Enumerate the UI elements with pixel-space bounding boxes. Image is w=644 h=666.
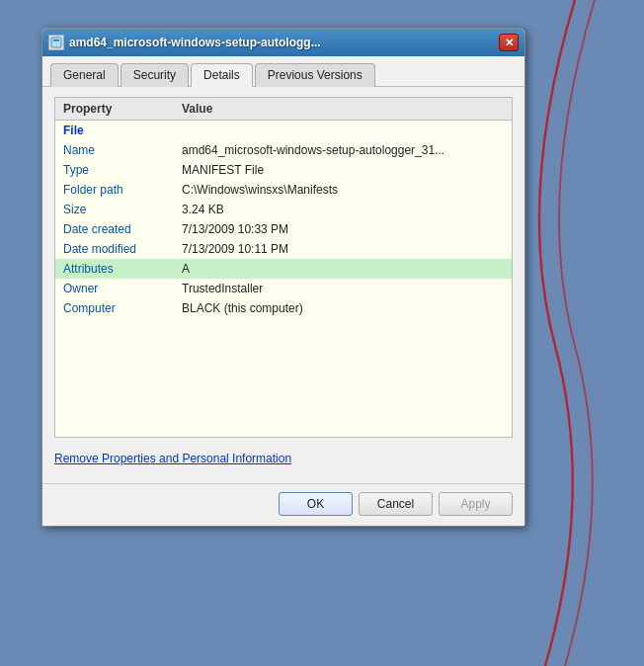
row-folder-path: Folder path C:\Windows\winsxs\Manifests — [55, 180, 512, 200]
prop-folder-path: Folder path — [63, 183, 182, 197]
prop-computer: Computer — [63, 301, 182, 315]
row-name: Name amd64_microsoft-windows-setup-autol… — [55, 140, 512, 160]
tab-details[interactable]: Details — [191, 63, 253, 87]
link-area: Remove Properties and Personal Informati… — [54, 448, 513, 473]
val-attributes: A — [182, 262, 504, 276]
remove-properties-link[interactable]: Remove Properties and Personal Informati… — [54, 452, 291, 465]
table-header: Property Value — [55, 98, 512, 121]
cancel-button[interactable]: Cancel — [359, 492, 433, 516]
val-owner: TrustedInstaller — [182, 282, 504, 295]
row-size: Size 3.24 KB — [55, 200, 512, 219]
prop-type: Type — [63, 163, 182, 177]
ok-button[interactable]: OK — [279, 492, 353, 516]
col-header-property: Property — [63, 102, 182, 116]
table-body: File Name amd64_microsoft-windows-setup-… — [55, 121, 512, 437]
tab-general[interactable]: General — [50, 63, 119, 87]
apply-button[interactable]: Apply — [439, 492, 513, 516]
prop-date-created: Date created — [63, 222, 182, 236]
val-date-created: 7/13/2009 10:33 PM — [182, 222, 504, 236]
properties-table: Property Value File Name amd64_microsoft… — [54, 97, 513, 438]
close-button[interactable]: ✕ — [499, 34, 519, 51]
prop-name: Name — [63, 143, 182, 157]
val-name: amd64_microsoft-windows-setup-autologger… — [182, 143, 504, 157]
prop-date-modified: Date modified — [63, 242, 182, 256]
prop-size: Size — [63, 203, 182, 216]
val-date-modified: 7/13/2009 10:11 PM — [182, 242, 504, 256]
window-icon — [48, 35, 64, 50]
tab-bar: General Security Details Previous Versio… — [42, 56, 524, 87]
tab-previous-versions[interactable]: Previous Versions — [255, 63, 375, 87]
val-size: 3.24 KB — [182, 203, 504, 216]
row-type: Type MANIFEST File — [55, 160, 512, 180]
title-bar: amd64_microsoft-windows-setup-autologg..… — [42, 29, 524, 56]
svg-rect-1 — [53, 40, 59, 42]
val-computer: BLACK (this computer) — [182, 301, 504, 315]
row-date-modified: Date modified 7/13/2009 10:11 PM — [55, 239, 512, 259]
content-area: Property Value File Name amd64_microsoft… — [42, 87, 524, 483]
svg-rect-0 — [51, 38, 61, 47]
row-owner: Owner TrustedInstaller — [55, 279, 512, 298]
file-section-header: File — [55, 121, 512, 140]
row-attributes: Attributes A — [55, 259, 512, 279]
val-type: MANIFEST File — [182, 163, 504, 177]
window-title: amd64_microsoft-windows-setup-autologg..… — [69, 36, 321, 49]
col-header-value: Value — [182, 102, 504, 116]
row-computer: Computer BLACK (this computer) — [55, 298, 512, 318]
title-bar-left: amd64_microsoft-windows-setup-autologg..… — [48, 35, 321, 50]
section-label: File — [63, 124, 84, 137]
prop-owner: Owner — [63, 282, 182, 295]
prop-attributes: Attributes — [63, 262, 182, 276]
val-folder-path: C:\Windows\winsxs\Manifests — [182, 183, 504, 197]
dialog-window: amd64_microsoft-windows-setup-autologg..… — [41, 28, 525, 527]
tab-security[interactable]: Security — [121, 63, 189, 87]
button-bar: OK Cancel Apply — [42, 483, 524, 526]
row-date-created: Date created 7/13/2009 10:33 PM — [55, 219, 512, 239]
